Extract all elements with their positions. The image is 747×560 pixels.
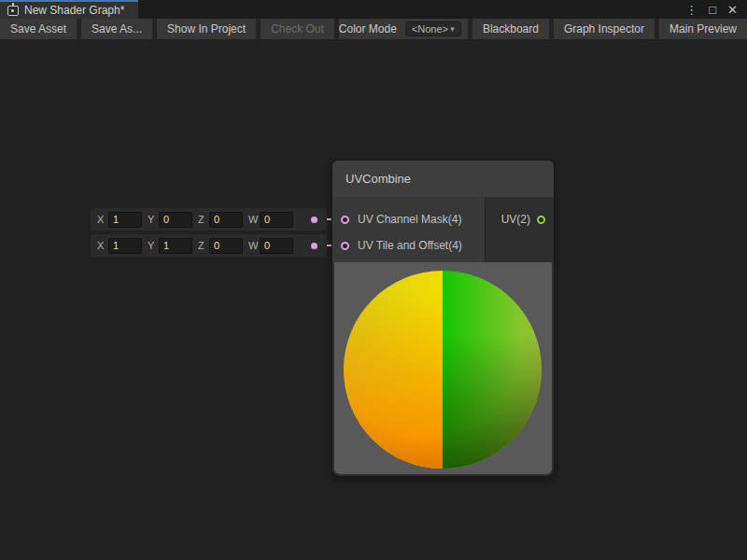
vector-x-field[interactable] bbox=[108, 212, 142, 228]
tab-new-shader-graph[interactable]: New Shader Graph* bbox=[0, 0, 138, 19]
input-port-row: UV Tile and Offset(4) bbox=[332, 232, 485, 259]
vector-z-group: Z bbox=[198, 238, 243, 254]
output-port-uv[interactable] bbox=[537, 216, 545, 224]
color-mode-label: Color Mode bbox=[339, 22, 397, 35]
input-port-label: UV Channel Mask(4) bbox=[358, 213, 461, 226]
check-out-button: Check Out bbox=[261, 19, 334, 39]
vector-w-group: W bbox=[248, 212, 293, 228]
output-port-row: UV(2) bbox=[486, 206, 554, 232]
node-ports: UV Channel Mask(4) UV Tile and Offset(4)… bbox=[332, 197, 554, 262]
vector-y-label: Y bbox=[148, 214, 156, 225]
node-header[interactable]: UVCombine bbox=[332, 161, 554, 197]
vector4-connector-port[interactable] bbox=[311, 217, 317, 223]
input-port-uv-tile-offset[interactable] bbox=[341, 242, 349, 250]
tab-bar: New Shader Graph* ⋮ □ ✕ bbox=[0, 0, 747, 19]
chevron-down-icon: ▾ bbox=[450, 24, 455, 34]
show-in-project-button[interactable]: Show In Project bbox=[157, 19, 256, 39]
graph-canvas[interactable]: X Y Z W X Y bbox=[0, 39, 747, 560]
shader-graph-window: New Shader Graph* ⋮ □ ✕ Save Asset Save … bbox=[0, 0, 747, 560]
tab-title: New Shader Graph* bbox=[24, 4, 124, 17]
vector-x-label: X bbox=[97, 214, 106, 225]
vector-z-field[interactable] bbox=[209, 238, 243, 254]
color-mode-group: Color Mode <None> ▾ bbox=[339, 19, 468, 39]
window-controls: ⋮ □ ✕ bbox=[682, 0, 747, 19]
sphere-right-half bbox=[443, 271, 542, 469]
node-title: UVCombine bbox=[345, 172, 411, 186]
vector-y-field[interactable] bbox=[159, 238, 192, 254]
vector4-connector-port[interactable] bbox=[311, 243, 317, 249]
vector-y-label: Y bbox=[148, 240, 156, 251]
vector-y-group: Y bbox=[148, 238, 192, 254]
main-preview-button[interactable]: Main Preview bbox=[659, 19, 747, 39]
color-mode-value: <None> bbox=[412, 23, 448, 35]
input-port-row: UV Channel Mask(4) bbox=[332, 206, 485, 232]
close-icon[interactable]: ✕ bbox=[724, 3, 741, 17]
vector-w-label: W bbox=[248, 214, 257, 225]
vector-y-field[interactable] bbox=[159, 212, 192, 228]
maximize-icon[interactable]: □ bbox=[705, 3, 720, 17]
vector-z-label: Z bbox=[198, 240, 206, 251]
menu-icon[interactable]: ⋮ bbox=[682, 3, 701, 17]
vector-x-group: X bbox=[97, 238, 142, 254]
vector4-input-row: X Y Z W bbox=[91, 208, 327, 231]
output-ports: UV(2) bbox=[485, 197, 554, 262]
uv-preview-sphere bbox=[344, 271, 542, 469]
toolbar: Save Asset Save As... Show In Project Ch… bbox=[0, 19, 747, 39]
blackboard-button[interactable]: Blackboard bbox=[472, 19, 549, 39]
input-port-uv-channel-mask[interactable] bbox=[341, 216, 349, 224]
graph-inspector-button[interactable]: Graph Inspector bbox=[554, 19, 655, 39]
vector-w-label: W bbox=[248, 240, 257, 251]
vector-x-group: X bbox=[97, 212, 142, 228]
vector-x-label: X bbox=[97, 240, 106, 251]
vector4-input-row: X Y Z W bbox=[91, 234, 327, 257]
vector-w-group: W bbox=[248, 238, 293, 254]
vector-z-field[interactable] bbox=[209, 212, 243, 228]
sphere-left-half bbox=[344, 271, 443, 469]
node-preview bbox=[332, 262, 554, 476]
vector-z-label: Z bbox=[198, 214, 206, 225]
vector-z-group: Z bbox=[198, 212, 243, 228]
color-mode-dropdown[interactable]: <None> ▾ bbox=[405, 21, 461, 36]
save-asset-button[interactable]: Save Asset bbox=[0, 19, 77, 39]
input-ports: UV Channel Mask(4) UV Tile and Offset(4) bbox=[332, 197, 485, 262]
node-uvcombine[interactable]: UVCombine UV Channel Mask(4) UV Tile and… bbox=[332, 161, 554, 476]
output-port-label: UV(2) bbox=[501, 213, 530, 226]
vector-w-field[interactable] bbox=[260, 212, 293, 228]
save-as-button[interactable]: Save As... bbox=[81, 19, 152, 39]
vector-w-field[interactable] bbox=[260, 238, 293, 254]
vector-y-group: Y bbox=[148, 212, 192, 228]
shader-graph-icon bbox=[7, 6, 19, 16]
vector-x-field[interactable] bbox=[108, 238, 142, 254]
input-port-label: UV Tile and Offset(4) bbox=[358, 239, 462, 252]
